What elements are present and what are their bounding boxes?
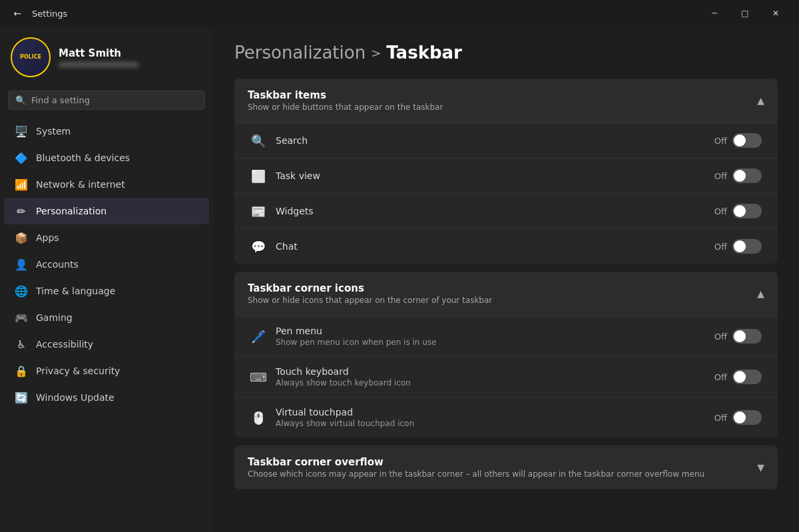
setting-row-search[interactable]: 🔍 Search Off xyxy=(234,123,778,158)
toggle-search[interactable] xyxy=(732,133,762,148)
toggle-pen-menu[interactable] xyxy=(732,329,762,344)
setting-label-virtual-touchpad: Virtual touchpad Always show virtual tou… xyxy=(276,407,705,428)
setting-state-search: Off xyxy=(714,136,727,146)
back-button[interactable]: ← xyxy=(8,4,27,23)
sidebar-item-apps[interactable]: 📦 Apps xyxy=(4,224,209,251)
search-input[interactable]: Find a setting xyxy=(31,95,198,105)
sidebar-item-accounts[interactable]: 👤 Accounts xyxy=(4,251,209,278)
accessibility-icon: ♿ xyxy=(15,338,28,351)
setting-label-search: Search xyxy=(276,135,705,146)
section-title-taskbar-items: Taskbar items xyxy=(248,89,443,101)
toggle-thumb-taskview xyxy=(734,170,746,182)
setting-title-touch-keyboard: Touch keyboard xyxy=(276,366,705,377)
privacy-icon: 🔒 xyxy=(15,364,28,378)
search-icon: 🔍 xyxy=(250,133,266,148)
setting-control-chat: Off xyxy=(714,239,762,254)
setting-label-widgets: Widgets xyxy=(276,206,705,216)
search-container: 🔍 Find a setting xyxy=(0,85,213,118)
sidebar-item-gaming[interactable]: 🎮 Gaming xyxy=(4,304,209,331)
pen-menu-icon: 🖊️ xyxy=(250,328,266,344)
sidebar-item-personalization[interactable]: ✏️ Personalization xyxy=(4,198,209,224)
nav-label-network: Network & internet xyxy=(36,179,125,190)
minimize-button[interactable]: ─ xyxy=(699,0,730,27)
setting-control-widgets: Off xyxy=(714,204,762,218)
user-name: Matt Smith xyxy=(59,47,202,59)
setting-row-virtual-touchpad[interactable]: 🖱️ Virtual touchpad Always show virtual … xyxy=(234,397,778,437)
minimize-icon: ─ xyxy=(712,9,716,18)
section-header-taskbar-items[interactable]: Taskbar items Show or hide buttons that … xyxy=(234,79,778,123)
section-header-text-taskbar-items: Taskbar items Show or hide buttons that … xyxy=(248,89,443,112)
app-title: Settings xyxy=(32,9,699,19)
sidebar-item-update[interactable]: 🔄 Windows Update xyxy=(4,384,209,411)
section-title-taskbar-corner-icons: Taskbar corner icons xyxy=(248,282,492,294)
taskview-icon: ⬜ xyxy=(250,168,266,184)
toggle-thumb-virtual-touchpad xyxy=(734,411,746,423)
section-taskbar-items: Taskbar items Show or hide buttons that … xyxy=(234,79,778,264)
setting-label-pen-menu: Pen menu Show pen menu icon when pen is … xyxy=(276,326,705,347)
section-header-text-taskbar-corner-icons: Taskbar corner icons Show or hide icons … xyxy=(248,282,492,305)
toggle-thumb-search xyxy=(734,134,746,146)
sidebar: POLICE Matt Smith 🔍 Find a setting 🖥️ Sy… xyxy=(0,27,213,532)
setting-row-widgets[interactable]: 📰 Widgets Off xyxy=(234,193,778,228)
setting-row-touch-keyboard[interactable]: ⌨️ Touch keyboard Always show touch keyb… xyxy=(234,356,778,397)
section-chevron-taskbar-items: ▲ xyxy=(757,95,764,106)
setting-title-widgets: Widgets xyxy=(276,206,705,216)
nav-label-system: System xyxy=(36,126,71,136)
sidebar-item-system[interactable]: 🖥️ System xyxy=(4,118,209,144)
setting-row-pen-menu[interactable]: 🖊️ Pen menu Show pen menu icon when pen … xyxy=(234,316,778,356)
user-profile[interactable]: POLICE Matt Smith xyxy=(0,27,213,85)
toggle-chat[interactable] xyxy=(732,239,762,254)
setting-state-taskview: Off xyxy=(714,171,727,181)
personalization-icon: ✏️ xyxy=(15,204,28,218)
sidebar-item-network[interactable]: 📶 Network & internet xyxy=(4,171,209,198)
nav-list: 🖥️ System 🔷 Bluetooth & devices 📶 Networ… xyxy=(0,118,213,411)
maximize-button[interactable]: □ xyxy=(730,0,760,27)
setting-sub-virtual-touchpad: Always show virtual touchpad icon xyxy=(276,419,705,428)
user-email-blurred xyxy=(59,62,138,67)
window-controls: ─ □ ✕ xyxy=(699,0,791,27)
setting-label-taskview: Task view xyxy=(276,170,705,181)
section-header-taskbar-corner-overflow[interactable]: Taskbar corner overflow Choose which ico… xyxy=(234,445,778,489)
setting-row-taskview[interactable]: ⬜ Task view Off xyxy=(234,158,778,193)
setting-title-virtual-touchpad: Virtual touchpad xyxy=(276,407,705,417)
sidebar-item-bluetooth[interactable]: 🔷 Bluetooth & devices xyxy=(4,144,209,171)
setting-control-virtual-touchpad: Off xyxy=(714,410,762,425)
setting-row-chat[interactable]: 💬 Chat Off xyxy=(234,228,778,264)
setting-title-pen-menu: Pen menu xyxy=(276,326,705,336)
gaming-icon: 🎮 xyxy=(15,311,28,324)
nav-label-privacy: Privacy & security xyxy=(36,366,120,376)
toggle-widgets[interactable] xyxy=(732,204,762,218)
search-box[interactable]: 🔍 Find a setting xyxy=(8,91,205,110)
toggle-virtual-touchpad[interactable] xyxy=(732,410,762,425)
breadcrumb-parent[interactable]: Personalization xyxy=(234,43,366,63)
section-header-taskbar-corner-icons[interactable]: Taskbar corner icons Show or hide icons … xyxy=(234,272,778,316)
setting-title-taskview: Task view xyxy=(276,170,705,181)
close-icon: ✕ xyxy=(772,9,779,18)
nav-label-personalization: Personalization xyxy=(36,206,107,216)
sidebar-item-time[interactable]: 🌐 Time & language xyxy=(4,278,209,304)
setting-label-touch-keyboard: Touch keyboard Always show touch keyboar… xyxy=(276,366,705,388)
breadcrumb-separator: > xyxy=(371,46,381,60)
titlebar: ← Settings ─ □ ✕ xyxy=(0,0,799,27)
toggle-taskview[interactable] xyxy=(732,168,762,183)
section-taskbar-corner-overflow: Taskbar corner overflow Choose which ico… xyxy=(234,445,778,489)
search-icon: 🔍 xyxy=(15,95,26,105)
setting-label-chat: Chat xyxy=(276,241,705,252)
toggle-touch-keyboard[interactable] xyxy=(732,370,762,384)
update-icon: 🔄 xyxy=(15,391,28,404)
setting-state-pen-menu: Off xyxy=(714,332,727,342)
touch-keyboard-icon: ⌨️ xyxy=(250,369,266,385)
sidebar-item-accessibility[interactable]: ♿ Accessibility xyxy=(4,331,209,358)
section-subtitle-taskbar-corner-overflow: Choose which icons may appear in the tas… xyxy=(248,469,704,479)
widgets-icon: 📰 xyxy=(250,203,266,219)
sections-list: Taskbar items Show or hide buttons that … xyxy=(234,79,778,489)
section-taskbar-corner-icons: Taskbar corner icons Show or hide icons … xyxy=(234,272,778,437)
sidebar-item-privacy[interactable]: 🔒 Privacy & security xyxy=(4,358,209,384)
close-button[interactable]: ✕ xyxy=(760,0,791,27)
app-body: POLICE Matt Smith 🔍 Find a setting 🖥️ Sy… xyxy=(0,27,799,532)
nav-label-accounts: Accounts xyxy=(36,259,79,270)
chat-icon: 💬 xyxy=(250,238,266,254)
setting-sub-touch-keyboard: Always show touch keyboard icon xyxy=(276,378,705,388)
nav-label-apps: Apps xyxy=(36,232,59,243)
time-icon: 🌐 xyxy=(15,284,28,298)
